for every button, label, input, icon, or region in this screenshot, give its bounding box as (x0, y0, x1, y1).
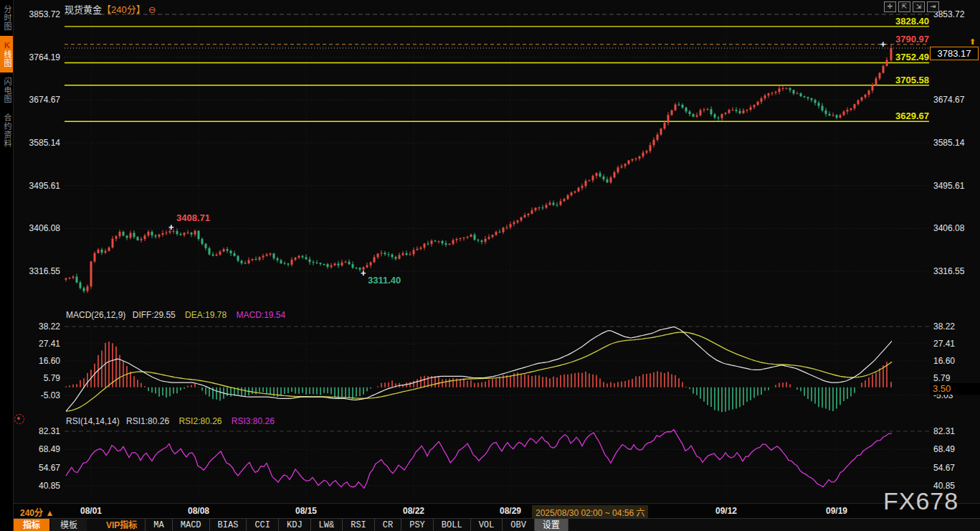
price-axis-left-label: 3316.55 (13, 266, 60, 276)
macd-value-tag: 3.50 (930, 383, 980, 395)
macd-title-row: MACD(26,12,9) DIFF:29.55 DEA:19.78 MACD:… (66, 310, 285, 320)
macd-macd-value: MACD:19.54 (236, 310, 285, 320)
indicator-button-lw[interactable]: LW& (311, 519, 343, 531)
macd-axis-left-label: 16.60 (13, 356, 60, 366)
rsi-axis-right-label: 68.49 (933, 444, 955, 454)
time-axis: 240分 ▲ 2025/08/30 02:00 ~ 04:56 六 08/010… (14, 503, 980, 519)
sr-level-label: 3705.58 (895, 75, 929, 85)
indicator-toolbar: 指标模板VIP指标MAMACDBIASCCIKDJLW&RSICRPSYBOLL… (14, 518, 980, 531)
macd-title: MACD(26,12,9) (66, 310, 125, 320)
price-axis-left-label: 3495.61 (13, 181, 60, 191)
fit-x-axis-icon[interactable]: ⇲ (913, 1, 925, 12)
indicator-button-rsi[interactable]: RSI (343, 519, 375, 531)
swing-low-cross-marker: + (361, 268, 366, 278)
rsi-axis-right-label: 54.67 (933, 463, 955, 473)
date-label: 08/15 (295, 506, 317, 516)
pan-icon[interactable]: ✛ (884, 1, 896, 12)
price-up-arrow-icon: ⬆ (969, 37, 976, 47)
macd-dea-value: DEA:19.78 (185, 310, 227, 320)
symbol-title: 现货黄金 (65, 4, 102, 15)
watermark: FX678 (883, 487, 958, 515)
tab-indicators[interactable]: 指标 (14, 519, 49, 531)
indicator-button-macd[interactable]: MACD (173, 519, 210, 531)
swing-low-label: 3311.40 (368, 275, 401, 286)
indicator-button-ma[interactable]: MA (146, 519, 172, 531)
sr-level-label: 3629.67 (895, 111, 929, 121)
sidebar-item-0[interactable]: 分时图 (0, 0, 13, 36)
indicator-button-boll[interactable]: BOLL (434, 519, 471, 531)
date-label: 08/01 (80, 506, 102, 516)
price-axis-left-label: 3674.67 (13, 95, 60, 105)
date-label: 09/12 (715, 506, 737, 516)
rsi1-value: RSI1:80.26 (126, 416, 169, 426)
period-selector[interactable]: 240分 ▲ (20, 506, 54, 518)
period-tag: 【240分】 (102, 4, 146, 15)
record-dot-icon[interactable] (14, 414, 24, 424)
rsi-axis-left-label: 68.49 (13, 444, 60, 454)
sr-level-label: 3828.40 (895, 16, 929, 27)
indicator-button-[interactable]: 设置 (535, 519, 569, 531)
price-axis-right-label: 3674.67 (933, 95, 964, 105)
reset-view-icon[interactable]: ⇥ (927, 1, 939, 12)
macd-axis-right-label: 16.60 (933, 356, 955, 366)
rsi-axis-left-label: 82.31 (13, 426, 60, 436)
sidebar-item-2[interactable]: 闪电图 (0, 72, 13, 108)
swing-high-label: 3408.71 (176, 212, 210, 223)
sidebar-item-3[interactable]: 合约资料 (0, 108, 13, 153)
indicator-button-cci[interactable]: CCI (247, 519, 279, 531)
period-arrow-icon: ▲ (45, 508, 54, 518)
macd-axis-left-label: -5.03 (13, 390, 60, 400)
fit-y-axis-icon[interactable]: ⇱ (898, 1, 910, 12)
indicator-button-kdj[interactable]: KDJ (279, 519, 311, 531)
collapse-icon[interactable]: ⊖ (148, 4, 156, 15)
rsi-axis-left-label: 40.85 (13, 481, 60, 491)
macd-axis-right-label: 5.79 (933, 373, 950, 383)
price-axis-left-label: 3764.19 (13, 52, 60, 62)
last-price-tag: 3783.17 (930, 47, 979, 60)
date-label: 08/29 (500, 506, 521, 516)
price-axis-right-label: 3585.14 (933, 138, 964, 148)
date-label: 09/19 (826, 506, 847, 516)
toolbar-spacer (88, 519, 98, 531)
macd-diff-value: DIFF:29.55 (133, 310, 176, 320)
price-axis-right-label: 3316.55 (933, 266, 964, 276)
rsi-title: RSI(14,14,14) (66, 416, 120, 426)
macd-axis-left-label: 38.22 (13, 321, 60, 332)
macd-axis-right-label: 38.22 (933, 321, 955, 332)
chart-type-sidebar: 分时图K线图闪电图合约资料 (0, 0, 14, 531)
macd-axis-right-label: 27.41 (933, 339, 955, 349)
session-high-cross-marker: + (880, 39, 886, 50)
session-high-label: 3790.97 (895, 34, 929, 44)
price-axis-right-label: 3495.61 (933, 181, 964, 191)
sidebar-item-accent: K (3, 41, 11, 50)
price-axis-left-label: 3585.14 (13, 138, 60, 148)
bar-range-tooltip: 2025/08/30 02:00 ~ 04:56 六 (532, 505, 648, 519)
macd-axis-left-label: 5.79 (13, 373, 60, 383)
swing-high-cross-marker: + (168, 222, 174, 232)
rsi-axis-right-label: 82.31 (933, 426, 955, 436)
price-axis-right-label: 3406.08 (933, 223, 964, 233)
indicator-button-vol[interactable]: VOL (471, 519, 503, 531)
view-toolbar: ✛⇱⇲⇥ (884, 1, 939, 12)
rsi-title-row: RSI(14,14,14) RSI1:80.26 RSI2:80.26 RSI3… (66, 416, 275, 426)
indicator-button-cr[interactable]: CR (375, 519, 401, 531)
indicator-button-obv[interactable]: OBV (503, 519, 535, 531)
rsi-axis-left-label: 54.67 (13, 463, 60, 473)
date-label: 08/08 (188, 506, 209, 516)
rsi3-value: RSI3:80.26 (232, 416, 275, 426)
price-axis-left-label: 3406.08 (13, 223, 60, 233)
sidebar-item-1[interactable]: K线图 (0, 36, 13, 72)
date-label: 08/22 (403, 506, 424, 516)
indicator-button-psy[interactable]: PSY (401, 519, 434, 531)
macd-axis-left-label: 27.41 (13, 339, 60, 349)
chart-app: 分时图K线图闪电图合约资料 现货黄金【240分】⊖ ✛⇱⇲⇥ 3853.7238… (0, 0, 980, 531)
indicator-button-vip[interactable]: VIP指标 (98, 519, 146, 531)
rsi2-value: RSI2:80.26 (179, 416, 222, 426)
symbol-header: 现货黄金【240分】⊖ (65, 2, 156, 16)
indicator-button-bias[interactable]: BIAS (210, 519, 247, 531)
tab-templates[interactable]: 模板 (51, 519, 87, 531)
chart-canvas[interactable] (0, 0, 980, 531)
sr-level-label: 3752.49 (895, 52, 929, 62)
price-axis-left-label: 3853.72 (13, 9, 60, 19)
